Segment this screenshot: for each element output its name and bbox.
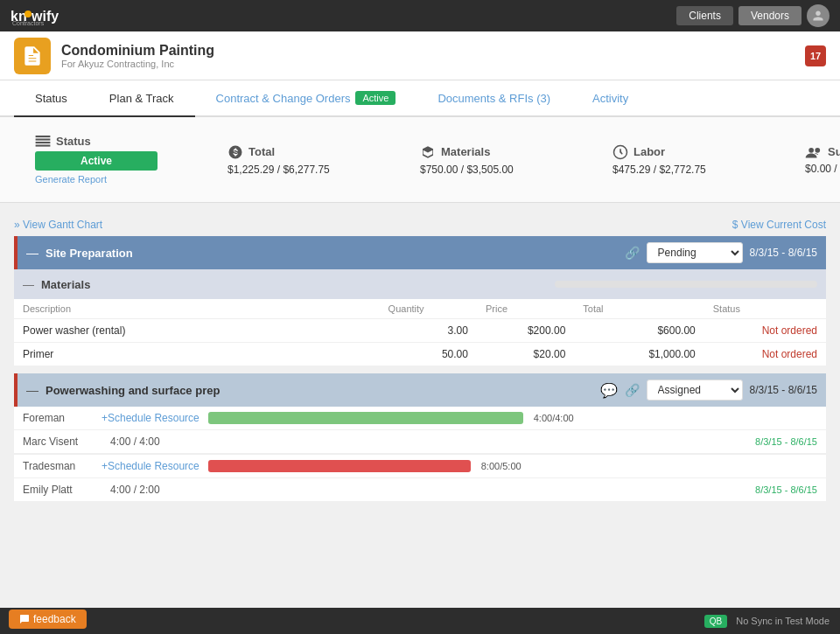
materials-subtask-header: — Materials bbox=[14, 269, 826, 299]
col-header-description: Description bbox=[14, 299, 380, 319]
materials-table: Description Quantity Price Total Status … bbox=[14, 299, 826, 366]
tab-activity-label: Activity bbox=[592, 92, 628, 105]
materials-collapse-icon[interactable]: — bbox=[23, 278, 34, 291]
tabs-bar: Status Plan & Track Contract & Change Or… bbox=[0, 80, 840, 117]
summary-status: Status Active Generate Report bbox=[35, 135, 158, 185]
foreman-name-hours: 4:00 / 4:00 bbox=[110, 435, 730, 448]
materials-progress-bar bbox=[555, 281, 817, 288]
feedback-button[interactable]: feedback bbox=[9, 610, 87, 629]
site-prep-dates: 8/3/15 - 8/6/15 bbox=[750, 247, 817, 259]
materials-value: $750.00 / $3,505.00 bbox=[420, 164, 514, 176]
tab-activity[interactable]: Activity bbox=[571, 80, 649, 117]
foreman-bar-wrap: 4:00/4:00 bbox=[208, 412, 817, 424]
material-row-0: Power washer (rental) 3.00 $200.00 $600.… bbox=[14, 319, 826, 343]
clients-button[interactable]: Clients bbox=[676, 6, 733, 25]
powerwashing-dates: 8/3/15 - 8/6/15 bbox=[750, 384, 817, 396]
link-icon-site-prep[interactable]: 🔗 bbox=[625, 246, 640, 260]
powerwash-collapse-icon[interactable]: — bbox=[26, 383, 38, 397]
svg-text:Contractors: Contractors bbox=[12, 20, 45, 25]
labor-icon bbox=[612, 144, 628, 160]
svg-rect-5 bbox=[36, 138, 51, 140]
foreman-role-label: Foreman bbox=[23, 412, 93, 424]
powerwashing-status-select[interactable]: Pending Assigned In Progress Complete bbox=[647, 380, 743, 401]
task-group-site-prep: — Site Preparation 🔗 Pending Assigned In… bbox=[14, 236, 826, 366]
vendors-button[interactable]: Vendors bbox=[738, 6, 802, 25]
tab-plan-track-label: Plan & Track bbox=[109, 92, 174, 105]
status-label: Status bbox=[56, 135, 91, 148]
materials-bar-container bbox=[555, 281, 817, 288]
col-header-total: Total bbox=[574, 299, 704, 319]
site-prep-controls: Pending Assigned In Progress Complete 8/… bbox=[647, 242, 817, 263]
material-row-1: Primer 50.00 $20.00 $1,000.00 Not ordere… bbox=[14, 343, 826, 366]
tab-documents[interactable]: Documents & RFIs (3) bbox=[416, 80, 571, 117]
subs-icon bbox=[805, 145, 822, 159]
task-group-powerwashing: — Powerwashing and surface prep 💬 🔗 Pend… bbox=[14, 373, 826, 502]
material-qty-0: 3.00 bbox=[380, 319, 477, 343]
summary-total: Total $1,225.29 / $6,277.75 bbox=[228, 144, 350, 176]
resource-section-powerwashing: Foreman +Schedule Resource 4:00/4:00 Mar… bbox=[14, 407, 826, 502]
logo: kn wify Contractors bbox=[10, 6, 89, 25]
foreman-schedule-link[interactable]: +Schedule Resource bbox=[102, 412, 200, 424]
summary-section: Status Active Generate Report Total $1,2… bbox=[0, 117, 840, 203]
tradesman-schedule-link[interactable]: +Schedule Resource bbox=[102, 460, 200, 472]
total-icon bbox=[228, 144, 243, 160]
subs-label-wrap: Subs bbox=[805, 145, 840, 159]
foreman-name-row: Marc Visent 4:00 / 4:00 8/3/15 - 8/6/15 bbox=[14, 430, 826, 454]
feedback-label: feedback bbox=[33, 613, 76, 625]
project-name: Condominium Painting bbox=[61, 43, 805, 59]
svg-rect-4 bbox=[36, 136, 51, 137]
labor-value: $475.29 / $2,772.75 bbox=[612, 164, 706, 176]
project-info: Condominium Painting For Akyuz Contracti… bbox=[61, 43, 805, 69]
svg-rect-6 bbox=[36, 142, 51, 143]
col-header-quantity: Quantity bbox=[380, 299, 477, 319]
tab-contract-label: Contract & Change Orders bbox=[216, 92, 351, 105]
user-avatar[interactable] bbox=[807, 4, 830, 27]
top-nav-actions: Clients Vendors bbox=[676, 4, 830, 27]
subs-value: $0.00 / $0.00 bbox=[805, 163, 840, 175]
labor-label-wrap: Labor bbox=[612, 144, 665, 160]
total-value: $1,225.29 / $6,277.75 bbox=[228, 164, 330, 176]
site-prep-label: Site Preparation bbox=[46, 247, 618, 260]
materials-icon bbox=[420, 144, 436, 160]
summary-materials: Materials $750.00 / $3,505.00 bbox=[420, 144, 542, 176]
tab-documents-label: Documents & RFIs (3) bbox=[438, 92, 550, 105]
project-subtitle: For Akyuz Contracting, Inc bbox=[61, 59, 805, 69]
main-content: » View Gantt Chart $ View Current Cost —… bbox=[0, 203, 840, 615]
material-total-1: $1,000.00 bbox=[574, 343, 704, 366]
view-cost-link[interactable]: $ View Current Cost bbox=[732, 219, 826, 231]
view-gantt-link[interactable]: » View Gantt Chart bbox=[14, 219, 102, 231]
collapse-icon[interactable]: — bbox=[26, 246, 38, 260]
total-label-wrap: Total bbox=[228, 144, 275, 160]
material-price-0: $200.00 bbox=[477, 319, 574, 343]
bottom-bar: QB No Sync in Test Mode bbox=[0, 608, 840, 634]
link-icon-powerwash[interactable]: 🔗 bbox=[625, 383, 640, 397]
tradesman-hours-badge: 8:00/5:00 bbox=[481, 461, 522, 471]
foreman-name: Marc Visent bbox=[23, 435, 102, 448]
materials-subtask-label: Materials bbox=[41, 278, 548, 291]
material-total-0: $600.00 bbox=[574, 319, 704, 343]
material-price-1: $20.00 bbox=[477, 343, 574, 366]
powerwashing-controls: Pending Assigned In Progress Complete 8/… bbox=[647, 380, 817, 401]
svg-point-1 bbox=[24, 10, 32, 17]
chat-icon[interactable]: 💬 bbox=[600, 382, 618, 399]
summary-labor: Labor $475.29 / $2,772.75 bbox=[612, 144, 735, 176]
col-header-status: Status bbox=[704, 299, 826, 319]
powerwashing-header: — Powerwashing and surface prep 💬 🔗 Pend… bbox=[14, 373, 826, 407]
material-desc-1: Primer bbox=[14, 343, 380, 366]
generate-report-link[interactable]: Generate Report bbox=[35, 174, 107, 185]
notification-badge[interactable]: 17 bbox=[805, 45, 826, 66]
material-qty-1: 50.00 bbox=[380, 343, 477, 366]
active-badge: Active bbox=[355, 91, 396, 105]
foreman-dates: 8/3/15 - 8/6/15 bbox=[738, 436, 817, 447]
foreman-progress-bar bbox=[208, 412, 523, 424]
materials-label-wrap: Materials bbox=[420, 144, 490, 160]
tab-contract[interactable]: Contract & Change Orders Active bbox=[195, 80, 417, 117]
tab-status[interactable]: Status bbox=[14, 80, 88, 117]
tab-plan-track[interactable]: Plan & Track bbox=[88, 80, 195, 117]
tradesman-role-label: Tradesman bbox=[23, 460, 93, 472]
foreman-hours-badge: 4:00/4:00 bbox=[534, 413, 574, 423]
tradesman-name: Emily Platt bbox=[23, 484, 102, 496]
site-prep-status-select[interactable]: Pending Assigned In Progress Complete bbox=[647, 242, 743, 263]
material-desc-0: Power washer (rental) bbox=[14, 319, 380, 343]
status-icon bbox=[35, 136, 51, 148]
